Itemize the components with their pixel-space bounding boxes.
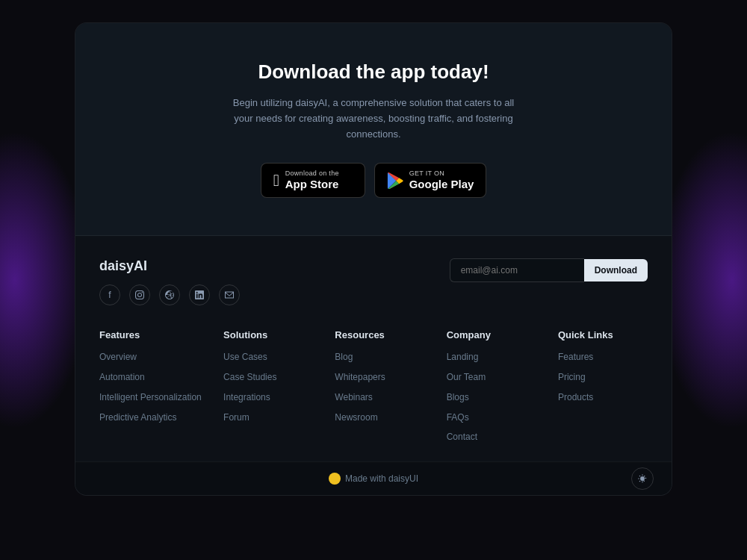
social-icons: f bbox=[99, 284, 240, 305]
company-link-contact[interactable]: Contact bbox=[447, 431, 536, 444]
company-link-team[interactable]: Our Team bbox=[447, 371, 536, 384]
footer-columns: Features Overview Automation Intelligent… bbox=[99, 326, 648, 444]
google-play-name: Google Play bbox=[409, 178, 474, 191]
footer-brand: daisyAI f bbox=[99, 258, 240, 305]
theme-toggle-button[interactable] bbox=[631, 467, 654, 490]
instagram-icon[interactable] bbox=[129, 284, 150, 305]
solutions-link-usecases[interactable]: Use Cases bbox=[223, 351, 313, 364]
footer-col-resources: Resources Blog Whitepapers Webinars News… bbox=[335, 329, 424, 444]
resources-link-webinars[interactable]: Webinars bbox=[335, 391, 424, 404]
footer-col-features: Features Overview Automation Intelligent… bbox=[99, 329, 202, 444]
resources-link-whitepapers[interactable]: Whitepapers bbox=[335, 371, 424, 384]
download-subtitle: Begin utilizing daisyAI, a comprehensive… bbox=[232, 96, 515, 142]
newsletter-download-button[interactable]: Download bbox=[584, 259, 648, 281]
resources-link-blog[interactable]: Blog bbox=[335, 351, 424, 364]
features-link-analytics[interactable]: Predictive Analytics bbox=[99, 411, 202, 424]
quicklinks-link-features[interactable]: Features bbox=[558, 351, 648, 364]
quicklinks-title: Quick Links bbox=[558, 329, 648, 340]
email-icon[interactable] bbox=[219, 284, 240, 305]
google-play-top-label: GET IT ON bbox=[409, 169, 444, 178]
app-store-text: Download on the App Store bbox=[285, 169, 339, 191]
apple-icon:  bbox=[273, 171, 279, 190]
store-buttons:  Download on the App Store bbox=[105, 163, 642, 198]
solutions-link-integrations[interactable]: Integrations bbox=[223, 391, 313, 404]
footer-section: daisyAI f bbox=[75, 236, 672, 461]
footer-col-quicklinks: Quick Links Features Pricing Products bbox=[558, 329, 648, 444]
company-title: Company bbox=[447, 329, 536, 340]
footer-top: daisyAI f bbox=[99, 258, 648, 305]
sun-icon bbox=[637, 473, 648, 484]
linkedin-icon[interactable] bbox=[189, 284, 210, 305]
features-link-automation[interactable]: Automation bbox=[99, 371, 202, 384]
download-section: Download the app today! Begin utilizing … bbox=[75, 23, 672, 236]
newsletter-area: Download bbox=[450, 258, 648, 282]
daisy-logo-icon bbox=[329, 473, 341, 485]
brand-name: daisyAI bbox=[99, 258, 240, 274]
solutions-title: Solutions bbox=[223, 329, 313, 340]
resources-title: Resources bbox=[335, 329, 424, 340]
dribbble-icon[interactable] bbox=[159, 284, 180, 305]
google-play-button[interactable]: GET IT ON Google Play bbox=[374, 163, 487, 198]
email-input[interactable] bbox=[450, 258, 584, 282]
quicklinks-link-products[interactable]: Products bbox=[558, 391, 648, 404]
solutions-link-forum[interactable]: Forum bbox=[223, 411, 313, 424]
made-with-label: Made with daisyUI bbox=[345, 473, 418, 484]
app-store-name: App Store bbox=[285, 178, 339, 191]
resources-link-newsroom[interactable]: Newsroom bbox=[335, 411, 424, 424]
features-title: Features bbox=[99, 329, 202, 340]
company-link-blogs[interactable]: Blogs bbox=[447, 391, 536, 404]
app-store-button[interactable]:  Download on the App Store bbox=[261, 163, 365, 198]
company-link-faqs[interactable]: FAQs bbox=[447, 411, 536, 424]
download-title: Download the app today! bbox=[105, 60, 642, 84]
features-link-overview[interactable]: Overview bbox=[99, 351, 202, 364]
made-with-text: Made with daisyUI bbox=[329, 473, 418, 485]
google-play-icon bbox=[387, 172, 403, 189]
facebook-icon[interactable]: f bbox=[99, 284, 120, 305]
footer-col-company: Company Landing Our Team Blogs FAQs Cont… bbox=[447, 329, 536, 444]
footer-bottom: Made with daisyUI bbox=[75, 461, 672, 495]
quicklinks-link-pricing[interactable]: Pricing bbox=[558, 371, 648, 384]
app-store-top-label: Download on the bbox=[285, 169, 339, 178]
features-link-personalization[interactable]: Intelligent Personalization bbox=[99, 391, 202, 404]
footer-col-solutions: Solutions Use Cases Case Studies Integra… bbox=[223, 329, 313, 444]
company-link-landing[interactable]: Landing bbox=[447, 351, 536, 364]
google-play-text: GET IT ON Google Play bbox=[409, 169, 474, 191]
solutions-link-casestudies[interactable]: Case Studies bbox=[223, 371, 313, 384]
